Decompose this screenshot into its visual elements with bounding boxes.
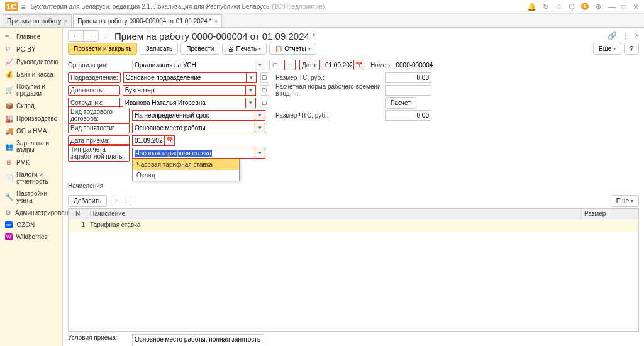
dropdown-icon[interactable]: ▾ xyxy=(255,148,265,159)
add-button[interactable]: Добавить xyxy=(68,195,107,207)
sidebar-item-admin[interactable]: ⚙Администрирование xyxy=(0,206,62,219)
norm-input[interactable] xyxy=(385,85,431,96)
tab-hires[interactable]: Приемы на работу× xyxy=(3,14,72,27)
sidebar-item-sales[interactable]: 🛒Покупки и продажи xyxy=(0,81,62,99)
star-icon[interactable]: ☆ xyxy=(555,3,562,11)
menu-icon[interactable]: ⋮ xyxy=(622,31,630,40)
paytype-option-salary[interactable]: Оклад xyxy=(133,170,239,181)
calc-button[interactable]: Расчет xyxy=(385,97,416,109)
rate-ts-input[interactable] xyxy=(385,72,431,83)
ozon-icon: oz xyxy=(5,221,13,228)
emptype-input[interactable] xyxy=(132,123,255,133)
hamburger-icon[interactable]: ≡ xyxy=(21,2,26,12)
close-doc-icon[interactable]: × xyxy=(635,31,639,40)
app-title: Бухгалтерия для Беларуси, редакция 2.1. … xyxy=(31,3,528,10)
minimize-icon[interactable]: — xyxy=(608,3,616,11)
notification-badge[interactable]: 1 xyxy=(581,3,589,10)
more-button-2[interactable]: Еще▾ xyxy=(611,195,639,207)
open-icon[interactable]: ▢ xyxy=(269,60,280,70)
cond-input[interactable] xyxy=(132,334,264,346)
col-name: Начисление xyxy=(87,209,582,220)
pos-input[interactable] xyxy=(123,85,246,96)
money-icon: 💰 xyxy=(5,70,13,78)
settings-icon[interactable]: ⚙ xyxy=(595,3,602,11)
org-input[interactable] xyxy=(132,60,255,70)
dropdown-icon[interactable]: ▾ xyxy=(246,85,256,96)
factory-icon: 🏭 xyxy=(5,114,13,122)
open-icon[interactable]: ▢ xyxy=(260,85,269,96)
pos-label: Должность: xyxy=(68,85,120,96)
sidebar-item-bank[interactable]: 💰Банк и касса xyxy=(0,68,62,81)
link-icon[interactable]: 🔗 xyxy=(608,31,617,40)
back-button[interactable]: ← xyxy=(69,31,84,41)
close-icon[interactable]: ✕ xyxy=(633,3,639,11)
sidebar-item-ozon[interactable]: ozOZON xyxy=(0,219,62,231)
sidebar-item-manager[interactable]: 📈Руководителю xyxy=(0,55,62,68)
contract-input[interactable] xyxy=(132,110,255,121)
num-label: Номер: xyxy=(370,62,392,69)
col-n: N xyxy=(69,209,87,220)
help-button[interactable]: ? xyxy=(624,43,639,55)
reports-button[interactable]: 📋Отчеты▾ xyxy=(269,43,316,55)
move-up-icon[interactable]: ↑ xyxy=(111,196,121,206)
open-icon[interactable]: ▢ xyxy=(260,72,269,83)
sidebar-item-assets[interactable]: 🚚ОС и НМА xyxy=(0,125,62,137)
sidebar-item-warehouse[interactable]: 📦Склад xyxy=(0,99,62,112)
bell-icon[interactable]: 🔔 xyxy=(527,3,536,11)
form-area: Организация: ▾ ▢ ↔ Дата: 📅 Номер: xyxy=(68,59,639,346)
sidebar-item-hr[interactable]: 👥Зарплата и кадры xyxy=(0,137,62,156)
forward-button[interactable]: → xyxy=(84,31,98,41)
post-close-button[interactable]: Провести и закрыть xyxy=(68,43,137,55)
table-row[interactable]: 1 Тарифная ставка xyxy=(69,220,638,232)
contract-label: Вид трудового договора: xyxy=(68,106,130,124)
dropdown-icon[interactable]: ▾ xyxy=(247,72,257,83)
sidebar-item-wb[interactable]: WWildberries xyxy=(0,231,62,243)
report-icon: 📋 xyxy=(275,45,282,52)
toolbar: Провести и закрыть Записать Провести 🖨Пе… xyxy=(68,43,639,55)
sidebar-item-poby[interactable]: ⚐PO BY xyxy=(0,43,62,55)
dropdown-icon[interactable]: ▾ xyxy=(246,98,256,108)
search-q-icon[interactable]: Q xyxy=(569,3,574,11)
favorite-icon[interactable]: ☆ xyxy=(103,31,111,41)
dropdown-icon[interactable]: ▾ xyxy=(255,60,265,70)
emp-input[interactable] xyxy=(123,98,246,108)
link-org-icon[interactable]: ↔ xyxy=(284,60,296,70)
truck-icon: 🚚 xyxy=(5,127,13,135)
open-icon[interactable]: ▢ xyxy=(260,98,269,108)
sidebar-item-taxes[interactable]: 📄Налоги и отчетность xyxy=(0,169,62,187)
doc-icon: 📄 xyxy=(5,174,13,182)
paytype-input[interactable]: Часовая тарифная ставка xyxy=(132,148,255,159)
sidebar-item-settings[interactable]: 🔧Настройки учета xyxy=(0,187,62,206)
history-icon[interactable]: ↻ xyxy=(543,3,549,11)
tab-hire-doc[interactable]: Прием на работу 0000-000004 от 01.09.202… xyxy=(73,14,222,27)
post-button[interactable]: Провести xyxy=(180,43,219,55)
move-buttons: ↑ ↓ xyxy=(111,196,131,206)
rate-chts-input[interactable] xyxy=(385,110,431,121)
paytype-option-hourly[interactable]: Часовая тарифная ставка xyxy=(133,159,239,170)
sidebar-item-main[interactable]: ≡Главное xyxy=(0,30,62,43)
tab-close-icon[interactable]: × xyxy=(214,18,218,25)
calendar-icon[interactable]: 📅 xyxy=(354,60,364,70)
sidebar-item-rmk[interactable]: 🖥РМК xyxy=(0,156,62,169)
wrench-icon: 🔧 xyxy=(5,193,13,201)
maximize-icon[interactable]: □ xyxy=(622,3,626,11)
tab-close-icon[interactable]: × xyxy=(64,18,67,25)
titlebar: 1C ≡ Бухгалтерия для Беларуси, редакция … xyxy=(0,0,644,14)
save-button[interactable]: Записать xyxy=(140,43,178,55)
date-input[interactable] xyxy=(323,60,354,70)
org-label: Организация: xyxy=(68,62,130,69)
print-button[interactable]: 🖨Печать▾ xyxy=(222,43,267,55)
emptype-label: Вид занятости: xyxy=(68,123,130,133)
dropdown-icon[interactable]: ▾ xyxy=(255,123,265,133)
paytype-dropdown: Часовая тарифная ставка Оклад xyxy=(132,159,240,181)
sidebar: ≡Главное ⚐PO BY 📈Руководителю 💰Банк и ка… xyxy=(0,28,63,346)
dropdown-icon[interactable]: ▾ xyxy=(255,110,265,121)
more-button[interactable]: Еще▾ xyxy=(593,43,621,55)
subdiv-input[interactable] xyxy=(123,72,247,83)
home-icon: ≡ xyxy=(5,33,13,40)
move-down-icon[interactable]: ↓ xyxy=(121,196,131,206)
sidebar-item-production[interactable]: 🏭Производство xyxy=(0,112,62,125)
subdiv-label: Подразделение: xyxy=(68,72,121,83)
hiredate-input[interactable] xyxy=(132,135,165,146)
calendar-icon[interactable]: 📅 xyxy=(165,135,175,146)
